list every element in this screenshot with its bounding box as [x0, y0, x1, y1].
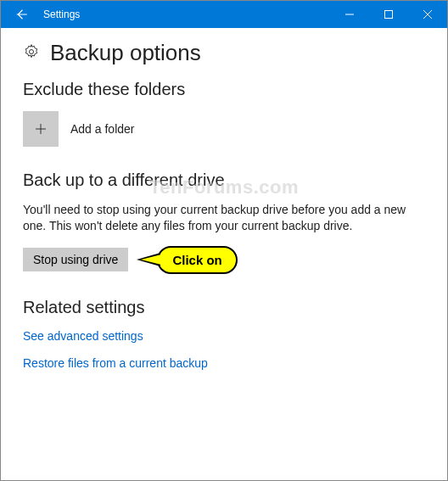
page-header: Backup options [23, 40, 425, 66]
close-icon [423, 10, 432, 19]
plus-icon [33, 121, 48, 137]
add-folder-label: Add a folder [70, 122, 135, 136]
svg-point-4 [30, 49, 34, 53]
exclude-heading: Exclude these folders [23, 80, 425, 99]
close-button[interactable] [408, 1, 447, 28]
minimize-button[interactable] [330, 1, 369, 28]
backup-diff-heading: Back up to a different drive [23, 171, 425, 190]
minimize-icon [345, 10, 354, 19]
window-controls [330, 1, 447, 28]
related-heading: Related settings [23, 298, 425, 317]
window-title: Settings [42, 8, 80, 20]
restore-files-link[interactable]: Restore files from a current backup [23, 356, 425, 370]
titlebar: Settings [1, 1, 447, 28]
back-button[interactable] [1, 1, 42, 28]
gear-icon [23, 43, 40, 64]
annotation-callout: Click on [157, 246, 237, 274]
maximize-button[interactable] [369, 1, 408, 28]
svg-rect-1 [385, 11, 393, 19]
plus-tile [23, 111, 59, 147]
backup-diff-body: You'll need to stop using your current b… [23, 202, 422, 234]
page-title: Backup options [50, 40, 201, 66]
arrow-left-icon [14, 7, 29, 22]
stop-using-drive-button[interactable]: Stop using drive [23, 248, 128, 271]
advanced-settings-link[interactable]: See advanced settings [23, 329, 425, 343]
add-folder-button[interactable]: Add a folder [23, 111, 425, 147]
maximize-icon [384, 10, 393, 19]
stop-drive-row: Stop using drive Click on [23, 246, 425, 274]
content-area: TenForums.com Backup options Exclude the… [1, 28, 447, 400]
